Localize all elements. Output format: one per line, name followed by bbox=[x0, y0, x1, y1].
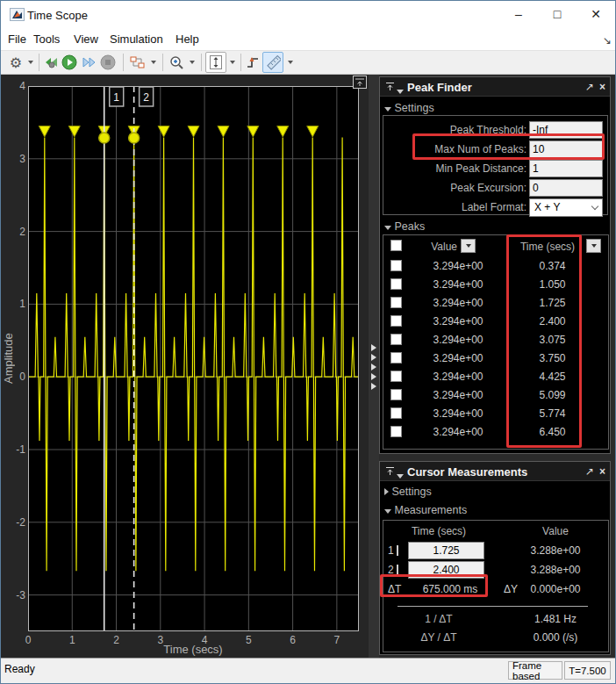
peak-time-cell: 6.450 bbox=[519, 426, 585, 438]
signal-selector-dropdown[interactable] bbox=[148, 52, 159, 73]
peak-row-checkbox[interactable] bbox=[390, 426, 402, 437]
setting-input[interactable]: 1 bbox=[529, 160, 603, 177]
trigger-button[interactable] bbox=[244, 52, 261, 73]
cursor-2-label: 2 bbox=[143, 91, 149, 104]
toolbar-separator bbox=[240, 54, 241, 71]
fit-to-view-dropdown[interactable] bbox=[227, 52, 238, 73]
x-tick-label: 4 bbox=[191, 634, 218, 646]
run-button[interactable] bbox=[60, 52, 79, 73]
peak-value-cell: 3.294e+00 bbox=[410, 260, 506, 272]
y-tick-label: -3 bbox=[4, 589, 25, 601]
peak-row-checkbox[interactable] bbox=[390, 334, 402, 345]
peak-row-checkbox[interactable] bbox=[390, 278, 402, 290]
y-tick-label: 3 bbox=[4, 153, 25, 165]
step-back-icon bbox=[43, 55, 59, 69]
cursor-2-point-icon[interactable] bbox=[129, 133, 140, 143]
y-tick-label: 2 bbox=[4, 226, 25, 238]
close-panel-icon[interactable]: × bbox=[599, 81, 605, 93]
zoom-button[interactable] bbox=[168, 52, 187, 73]
pin-icon[interactable] bbox=[385, 466, 395, 476]
peak-time-cell: 1.725 bbox=[519, 297, 585, 309]
toolbar-separator bbox=[123, 54, 124, 71]
setting-input[interactable]: 10 bbox=[529, 140, 603, 158]
cursor-measurements-header[interactable]: Cursor Measurements ↗ × bbox=[380, 462, 610, 481]
minimize-button[interactable]: – bbox=[504, 1, 534, 28]
setting-input[interactable]: 0 bbox=[529, 179, 603, 197]
dock-window-icon[interactable]: ↘ bbox=[603, 34, 612, 47]
cursor-measurements-button[interactable] bbox=[262, 52, 283, 73]
peak-row-checkbox[interactable] bbox=[390, 352, 402, 364]
undock-panel-icon[interactable]: ↗ bbox=[585, 465, 594, 478]
x-tick-label: 7 bbox=[324, 634, 350, 646]
value-column-dropdown[interactable] bbox=[461, 239, 476, 253]
peak-row-checkbox[interactable] bbox=[390, 260, 402, 271]
peak-time-cell: 4.425 bbox=[519, 371, 585, 383]
peak-time-cell: 5.099 bbox=[519, 389, 585, 401]
peak-value-cell: 3.294e+00 bbox=[410, 371, 506, 383]
splitter-arrow-icon bbox=[371, 364, 376, 371]
cursor2-time-input[interactable]: 2.400 bbox=[408, 561, 484, 579]
maximize-button[interactable]: □ bbox=[542, 1, 572, 28]
peak-finder-title: Peak Finder bbox=[407, 81, 472, 94]
close-panel-icon[interactable]: × bbox=[599, 465, 605, 478]
y-tick-label: 1 bbox=[4, 298, 25, 310]
setting-input[interactable]: -Inf bbox=[529, 121, 603, 139]
y-axis-label: Amplitude bbox=[2, 317, 15, 400]
peaks-select-all-checkbox[interactable] bbox=[390, 240, 402, 251]
fit-to-view-button[interactable] bbox=[205, 52, 226, 73]
step-forward-button[interactable] bbox=[79, 52, 98, 73]
menu-tools[interactable]: Tools bbox=[33, 32, 60, 46]
plot-dock-icon[interactable] bbox=[353, 76, 367, 90]
collapse-panel-icon[interactable] bbox=[397, 469, 404, 481]
menu-file[interactable]: File bbox=[8, 32, 26, 46]
signal-selector-button[interactable] bbox=[128, 52, 147, 73]
menu-help[interactable]: Help bbox=[175, 32, 199, 46]
cursor-settings-toggle[interactable]: Settings bbox=[384, 486, 432, 498]
dy-dt-label: ΔY / ΔT bbox=[386, 631, 491, 644]
menu-view[interactable]: View bbox=[74, 32, 98, 46]
window-title: Time Scope bbox=[27, 9, 88, 22]
peak-row-checkbox[interactable] bbox=[390, 407, 402, 419]
settings-gear-button[interactable]: ⚙ bbox=[6, 52, 25, 73]
peak-finder-settings-box: Peak Threshold:-InfMax Num of Peaks:10Mi… bbox=[383, 115, 608, 215]
close-button[interactable]: ✕ bbox=[581, 1, 611, 28]
peak-value-cell: 3.294e+00 bbox=[410, 334, 506, 346]
peak-time-cell: 3.075 bbox=[519, 334, 585, 346]
measurements-toggle[interactable]: Measurements bbox=[384, 504, 467, 516]
peak-row-checkbox[interactable] bbox=[390, 389, 402, 400]
cursor1-time-input[interactable]: 1.725 bbox=[408, 542, 484, 559]
peaks-section-toggle[interactable]: Peaks bbox=[384, 220, 425, 233]
step-back-button[interactable] bbox=[42, 52, 60, 73]
peak-value-cell: 3.294e+00 bbox=[410, 297, 506, 309]
meas-col-time: Time (secs) bbox=[386, 525, 491, 537]
time-column-dropdown[interactable] bbox=[586, 239, 601, 253]
measurements-divider bbox=[398, 606, 588, 607]
cursor-1-point-icon[interactable] bbox=[99, 133, 110, 143]
zoom-dropdown[interactable] bbox=[187, 52, 197, 73]
settings-gear-dropdown[interactable] bbox=[25, 52, 36, 73]
cursor-measurements-dropdown[interactable] bbox=[285, 52, 296, 73]
menu-simulation[interactable]: Simulation bbox=[110, 32, 163, 46]
settings-section-toggle[interactable]: Settings bbox=[384, 102, 434, 114]
panel-splitter[interactable] bbox=[369, 75, 379, 658]
cursor1-value: 3.288e+00 bbox=[503, 544, 608, 557]
scope-plot[interactable]: 12 bbox=[28, 86, 359, 631]
cursor2-value: 3.288e+00 bbox=[503, 564, 608, 576]
status-ready: Ready bbox=[4, 663, 35, 675]
peak-time-cell: 3.750 bbox=[519, 352, 585, 364]
chevron-down-icon bbox=[28, 61, 33, 64]
setting-label: Peak Threshold: bbox=[385, 124, 526, 136]
collapse-panel-icon[interactable] bbox=[397, 84, 404, 97]
peak-finder-header[interactable]: Peak Finder ↗ × bbox=[380, 77, 610, 97]
pin-icon[interactable] bbox=[385, 82, 395, 91]
peak-value-cell: 3.294e+00 bbox=[410, 389, 506, 401]
stop-button[interactable] bbox=[98, 52, 118, 73]
measurements-table: Time (secs) Value 1 1.725 3.288e+00 2 2.… bbox=[383, 520, 609, 652]
setting-select[interactable]: X + Y bbox=[529, 198, 603, 217]
peak-row-checkbox[interactable] bbox=[390, 315, 402, 327]
peak-row-checkbox[interactable] bbox=[390, 297, 402, 308]
peak-row-checkbox[interactable] bbox=[390, 371, 402, 382]
delta-t-value: 675.000 ms bbox=[408, 583, 492, 595]
undock-panel-icon[interactable]: ↗ bbox=[585, 81, 594, 93]
chevron-down-icon bbox=[190, 61, 195, 64]
